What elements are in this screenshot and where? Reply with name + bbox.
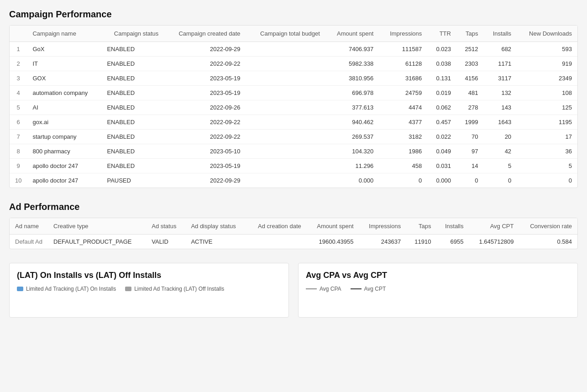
avg-cpa-icon: [306, 288, 317, 289]
row-budget: [246, 144, 325, 159]
row-taps: 70: [456, 130, 484, 144]
row-downloads: 593: [517, 42, 577, 57]
lat-chart-title: (LAT) On Installs vs (LAT) Off Installs: [17, 271, 281, 280]
ad-table-row: Default Ad DEFAULT_PRODUCT_PAGE VALID AC…: [10, 235, 577, 249]
row-campaign-status: ENABLED: [101, 130, 164, 144]
row-ttr: 0.049: [427, 144, 456, 159]
avg-cpa-legend-item: Avg CPA: [306, 286, 341, 292]
row-num: 5: [10, 100, 27, 115]
row-ttr: 0.038: [427, 57, 456, 71]
row-downloads: 108: [517, 86, 577, 100]
table-row: 4 automation company ENABLED 2023-05-19 …: [10, 86, 577, 100]
ad-row-amount-spent: 19600.43955: [307, 235, 359, 249]
ad-col-creative-type: Creative type: [48, 218, 146, 235]
ad-row-creation-date: [247, 235, 307, 249]
row-created-date: 2022-09-22: [164, 115, 246, 130]
ad-row-name: Default Ad: [10, 235, 48, 249]
row-downloads: 5: [517, 159, 577, 173]
row-num: 10: [10, 173, 27, 188]
row-spent: 0.000: [325, 173, 379, 188]
row-campaign-name: gox.ai: [27, 115, 101, 130]
row-taps: 0: [456, 173, 484, 188]
row-spent: 377.613: [325, 100, 379, 115]
row-created-date: 2022-09-26: [164, 100, 246, 115]
col-installs: Installs: [484, 26, 517, 42]
row-impressions: 0: [379, 173, 427, 188]
row-installs: 682: [484, 42, 517, 57]
row-campaign-status: ENABLED: [101, 71, 164, 86]
row-budget: [246, 100, 325, 115]
row-installs: 42: [484, 144, 517, 159]
row-budget: [246, 130, 325, 144]
row-created-date: 2023-05-19: [164, 86, 246, 100]
table-row: 7 startup company ENABLED 2022-09-22 269…: [10, 130, 577, 144]
row-campaign-status: PAUSED: [101, 173, 164, 188]
row-campaign-name: startup company: [27, 130, 101, 144]
table-row: 10 apollo doctor 247 PAUSED 2022-09-29 0…: [10, 173, 577, 188]
row-downloads: 919: [517, 57, 577, 71]
lat-off-legend-item: Limited Ad Tracking (LAT) Off Installs: [125, 286, 224, 292]
row-taps: 4156: [456, 71, 484, 86]
row-campaign-name: GOX: [27, 71, 101, 86]
row-spent: 696.978: [325, 86, 379, 100]
row-campaign-status: ENABLED: [101, 86, 164, 100]
row-campaign-name: apollo doctor 247: [27, 159, 101, 173]
row-impressions: 3182: [379, 130, 427, 144]
row-impressions: 31686: [379, 71, 427, 86]
ad-col-installs: Installs: [436, 218, 469, 235]
row-impressions: 458: [379, 159, 427, 173]
table-row: 5 AI ENABLED 2022-09-26 377.613 4474 0.0…: [10, 100, 577, 115]
row-taps: 481: [456, 86, 484, 100]
col-ttr: TTR: [427, 26, 456, 42]
ad-col-impressions: Impressions: [359, 218, 407, 235]
avg-cpt-label: Avg CPT: [364, 286, 386, 292]
row-downloads: 2349: [517, 71, 577, 86]
lat-on-label: Limited Ad Tracking (LAT) On Installs: [26, 286, 116, 292]
avg-cpa-label: Avg CPA: [320, 286, 341, 292]
col-taps: Taps: [456, 26, 484, 42]
row-ttr: 0.023: [427, 42, 456, 57]
row-downloads: 1195: [517, 115, 577, 130]
ad-col-conversion-rate: Conversion rate: [519, 218, 577, 235]
row-ttr: 0.000: [427, 173, 456, 188]
col-num: [10, 26, 27, 42]
lat-off-icon: [125, 287, 131, 291]
col-campaign-created-date: Campaign created date: [164, 26, 246, 42]
row-impressions: 1986: [379, 144, 427, 159]
ad-row-avg-cpt: 1.645712809: [469, 235, 519, 249]
row-installs: 0: [484, 173, 517, 188]
row-spent: 269.537: [325, 130, 379, 144]
row-ttr: 0.019: [427, 86, 456, 100]
bottom-charts: (LAT) On Installs vs (LAT) Off Installs …: [9, 263, 578, 318]
row-campaign-status: ENABLED: [101, 144, 164, 159]
table-row: 2 IT ENABLED 2022-09-22 5982.338 61128 0…: [10, 57, 577, 71]
row-num: 2: [10, 57, 27, 71]
row-ttr: 0.457: [427, 115, 456, 130]
ad-col-avg-cpt: Avg CPT: [469, 218, 519, 235]
row-installs: 143: [484, 100, 517, 115]
ad-col-creation-date: Ad creation date: [247, 218, 307, 235]
row-installs: 3117: [484, 71, 517, 86]
row-num: 4: [10, 86, 27, 100]
ad-row-taps: 11910: [406, 235, 436, 249]
col-amount-spent: Amount spent: [325, 26, 379, 42]
row-spent: 11.296: [325, 159, 379, 173]
ad-col-amount-spent: Amount spent: [307, 218, 359, 235]
row-installs: 1643: [484, 115, 517, 130]
row-installs: 5: [484, 159, 517, 173]
row-created-date: 2022-09-29: [164, 42, 246, 57]
row-spent: 104.320: [325, 144, 379, 159]
table-row: 6 gox.ai ENABLED 2022-09-22 940.462 4377…: [10, 115, 577, 130]
ad-row-creative-type: DEFAULT_PRODUCT_PAGE: [48, 235, 146, 249]
row-budget: [246, 115, 325, 130]
row-spent: 940.462: [325, 115, 379, 130]
table-row: 8 800 pharmacy ENABLED 2023-05-10 104.32…: [10, 144, 577, 159]
row-budget: [246, 159, 325, 173]
row-num: 3: [10, 71, 27, 86]
row-campaign-name: IT: [27, 57, 101, 71]
row-ttr: 0.131: [427, 71, 456, 86]
lat-on-legend-item: Limited Ad Tracking (LAT) On Installs: [17, 286, 116, 292]
row-budget: [246, 57, 325, 71]
ad-row-impressions: 243637: [359, 235, 407, 249]
row-spent: 7406.937: [325, 42, 379, 57]
